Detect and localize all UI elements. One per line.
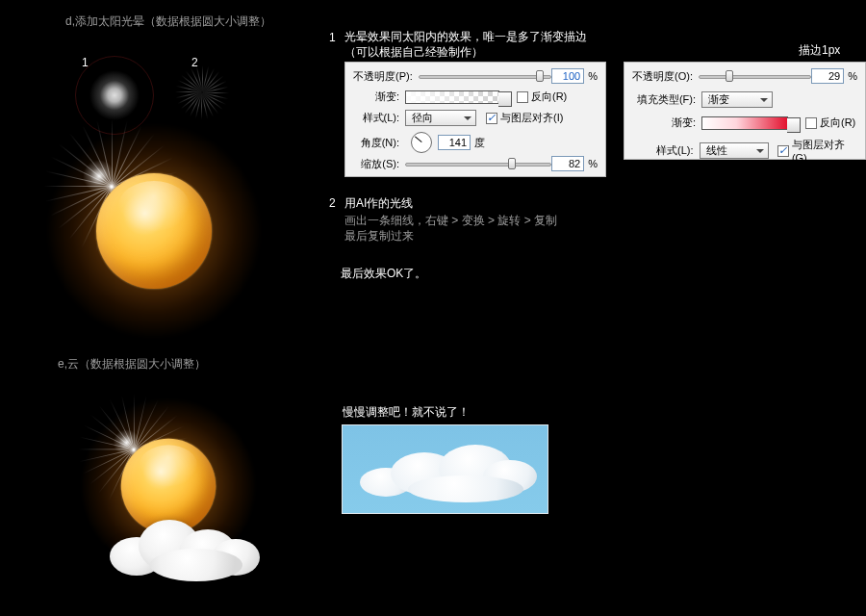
step-1-line-b: （可以根据自己经验制作） — [344, 44, 483, 61]
step-2-number: 2 — [329, 196, 336, 210]
step-2-title: 用AI作的光线 — [344, 195, 413, 212]
scale-slider[interactable] — [405, 157, 551, 170]
step-1-number: 1 — [329, 31, 336, 44]
stroke-panel: 不透明度(O): % 填充类型(F): 渐变 渐变: 反向(R) 样式(L): … — [624, 62, 866, 160]
rays-preview — [202, 92, 203, 93]
style-select[interactable]: 径向 — [405, 110, 476, 126]
section-d-title: d,添加太阳光晕（数据根据圆大小调整） — [65, 13, 271, 30]
opacity-p-label: 不透明度(P): — [353, 69, 413, 84]
gradient-swatch-pink[interactable] — [701, 116, 788, 130]
halo-glow-preview — [89, 69, 140, 121]
pct-symbol-3: % — [848, 70, 857, 82]
style-label: 样式(L): — [353, 111, 399, 125]
stroke-1px-label: 描边1px — [799, 42, 840, 59]
align-layer-checkbox[interactable]: 与图层对齐(I) — [486, 111, 563, 125]
angle-unit: 度 — [474, 136, 485, 150]
cloud-sky-thumbnail — [342, 424, 548, 514]
opacity-p-slider[interactable] — [419, 69, 551, 83]
opacity-p-input[interactable] — [551, 68, 584, 84]
step-1-line-a: 光晕效果同太阳内的效果，唯一是多了渐变描边 — [344, 29, 587, 45]
section-e-title: e,云（数据根据圆大小调整） — [58, 356, 206, 372]
opacity-o-slider[interactable] — [699, 69, 811, 83]
pct-symbol-2: % — [588, 158, 598, 169]
cloud-illustration — [106, 510, 260, 578]
gradient-label-b: 渐变: — [632, 116, 696, 130]
reverse-checkbox[interactable]: 反向(R) — [517, 90, 567, 104]
angle-label: 角度(N): — [353, 136, 399, 150]
align-layer-checkbox-b[interactable]: 与图层对齐(G) — [777, 138, 857, 164]
reverse-checkbox-b[interactable]: 反向(R) — [805, 116, 855, 130]
angle-input[interactable] — [438, 135, 471, 150]
gradient-overlay-panel: 不透明度(P): % 渐变: 反向(R) 样式(L): 径向 与图层对齐(I) … — [344, 62, 606, 177]
final-ok-text: 最后效果OK了。 — [341, 266, 426, 282]
style-select-b[interactable]: 线性 — [700, 142, 769, 159]
cloud-note: 慢慢调整吧！就不说了！ — [343, 404, 470, 421]
angle-dial[interactable] — [411, 132, 432, 153]
filltype-select[interactable]: 渐变 — [701, 91, 773, 108]
scale-label: 缩放(S): — [353, 157, 399, 171]
pct-symbol: % — [588, 70, 598, 82]
gradient-swatch[interactable] — [405, 90, 499, 104]
style-label-b: 样式(L): — [632, 143, 694, 158]
filltype-label: 填充类型(F): — [632, 92, 696, 107]
opacity-o-input[interactable] — [811, 68, 844, 84]
step-2-line-b: 最后复制过来 — [344, 228, 414, 244]
gradient-label: 渐变: — [353, 90, 399, 104]
opacity-o-label: 不透明度(O): — [632, 69, 693, 84]
scale-input[interactable] — [551, 156, 584, 171]
step-2-line-a: 画出一条细线，右键 > 变换 > 旋转 > 复制 — [344, 213, 557, 229]
